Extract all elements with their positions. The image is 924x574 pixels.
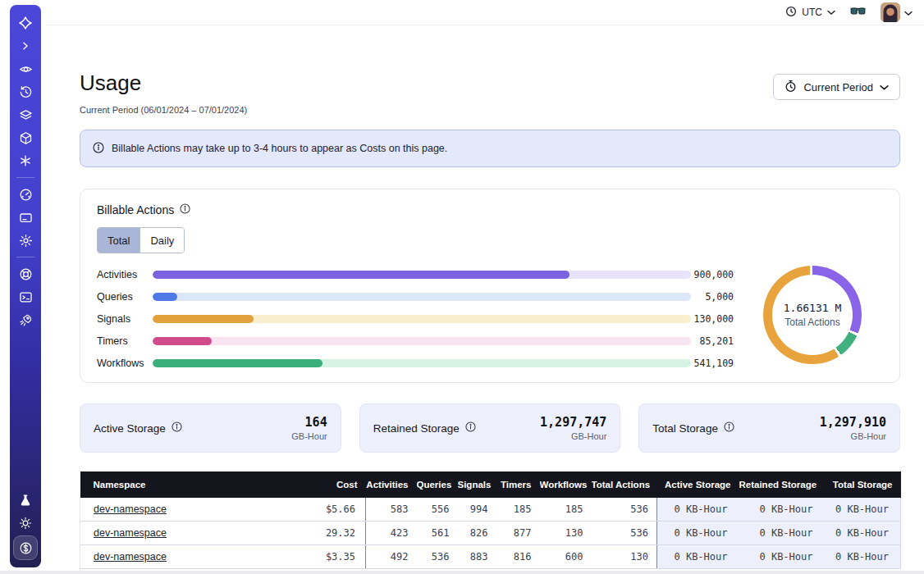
terminal-icon[interactable] <box>15 286 36 308</box>
storage-value-number: 164 <box>291 415 327 430</box>
glasses-icon[interactable] <box>850 5 866 20</box>
bar-category-label: Queries <box>97 291 153 303</box>
bar-category-label: Signals <box>97 313 153 325</box>
namespace-link[interactable]: dev-namespace <box>94 551 167 563</box>
storage-label-text: Retained Storage <box>373 422 460 435</box>
cell-timers: 816 <box>496 545 540 569</box>
cell-namespace: dev-namespace <box>80 545 286 569</box>
usage-page: UTC <box>0 0 924 574</box>
tab-total[interactable]: Total <box>98 228 140 253</box>
billing-icon[interactable] <box>15 207 36 228</box>
rocket-icon[interactable] <box>15 309 36 330</box>
table-row: dev-namespace$3.354925368838166001300 KB… <box>80 545 901 569</box>
info-banner: Billable Actions may take up to 3-4 hour… <box>80 130 900 167</box>
avatar <box>881 2 900 22</box>
namespace-link[interactable]: dev-namespace <box>94 503 167 515</box>
bar-category-label: Timers <box>97 335 153 347</box>
table-body: dev-namespace$5.665835569941851855360 KB… <box>80 498 901 569</box>
storage-value-number: 1,297,910 <box>820 415 886 430</box>
monitoring-icon[interactable] <box>15 184 36 205</box>
timezone-selector[interactable]: UTC <box>785 6 835 20</box>
cell-queries: 536 <box>417 545 458 569</box>
bar-track <box>153 359 691 367</box>
bar-row: Signals130,000 <box>97 308 734 330</box>
bar-row: Timers85,201 <box>97 330 734 352</box>
tab-daily[interactable]: Daily <box>140 228 184 253</box>
billable-actions-title: Billable Actions <box>97 203 190 216</box>
bar-value: 130,000 <box>691 313 734 325</box>
bar-track <box>153 315 691 323</box>
storage-card-label: Retained Storage <box>373 421 476 435</box>
sidebar-nav <box>10 5 41 567</box>
theme-icon[interactable] <box>15 512 36 534</box>
page-subtitle: Current Period (06/01/2024 – 07/01/2024) <box>80 105 247 115</box>
temporal-logo-icon[interactable] <box>15 12 36 34</box>
history-icon[interactable] <box>15 81 36 102</box>
user-menu[interactable] <box>881 2 913 22</box>
cell-active-storage: 0 KB-Hour <box>657 545 739 569</box>
donut-center: 1.66131 M Total Actions <box>763 266 862 364</box>
bar-value: 541,109 <box>691 358 734 369</box>
actions-icon[interactable] <box>15 150 36 171</box>
cell-retained-storage: 0 KB-Hour <box>739 498 825 522</box>
cell-signals: 826 <box>458 522 496 545</box>
storage-card-value: 1,297,747 GB-Hour <box>540 415 606 441</box>
storage-value-unit: GB-Hour <box>540 431 606 441</box>
bar-track <box>153 337 691 345</box>
cell-namespace: dev-namespace <box>80 498 286 522</box>
cell-total-actions: 536 <box>592 498 657 522</box>
top-bar: UTC <box>46 0 924 25</box>
storage-card-label: Total Storage <box>652 421 734 435</box>
chevron-right-icon[interactable] <box>15 35 36 57</box>
bar-row: Activities900,000 <box>97 263 734 285</box>
col-retained-storage: Retained Storage <box>739 472 825 498</box>
cell-cost: $3.35 <box>286 545 366 569</box>
storage-value-unit: GB-Hour <box>291 431 327 441</box>
cell-signals: 883 <box>458 545 496 569</box>
support-icon[interactable] <box>15 263 36 285</box>
info-icon[interactable] <box>465 421 476 435</box>
bar-fill <box>153 359 322 367</box>
labs-icon[interactable] <box>15 490 36 511</box>
bar-category-label: Activities <box>97 269 153 280</box>
storage-label-text: Total Storage <box>652 422 718 435</box>
horizontal-scrollbar[interactable] <box>0 571 924 574</box>
layers-icon[interactable] <box>15 104 36 125</box>
billable-bars: Activities900,000Queries5,000Signals130,… <box>97 263 734 374</box>
info-banner-text: Billable Actions may take up to 3-4 hour… <box>112 143 447 154</box>
bar-fill <box>153 337 212 345</box>
info-icon[interactable] <box>180 203 190 216</box>
storage-value-number: 1,297,747 <box>540 415 606 430</box>
usage-icon[interactable] <box>13 535 38 560</box>
period-selector-button[interactable]: Current Period <box>773 74 900 100</box>
settings-icon[interactable] <box>15 230 36 251</box>
donut-total-value: 1.66131 M <box>784 302 841 314</box>
bar-value: 900,000 <box>691 269 734 280</box>
donut-total-label: Total Actions <box>784 317 839 328</box>
page-title: Usage <box>80 71 141 96</box>
col-active-storage: Active Storage <box>657 472 739 498</box>
chevron-down-icon <box>827 7 835 18</box>
cell-workflows: 600 <box>540 545 592 569</box>
cell-signals: 994 <box>458 498 496 522</box>
billable-actions-card: Billable Actions Total Daily Activities9… <box>80 189 900 383</box>
col-activities: Activities <box>366 472 417 498</box>
namespace-link[interactable]: dev-namespace <box>94 527 167 539</box>
storage-label-text: Active Storage <box>94 422 166 435</box>
deployments-icon[interactable] <box>15 127 36 148</box>
cell-timers: 185 <box>496 498 540 522</box>
active-storage-card: Active Storage 164 GB-Hour <box>80 403 341 453</box>
info-icon[interactable] <box>724 421 734 435</box>
col-workflows: Workflows <box>540 472 592 498</box>
cell-activities: 583 <box>366 498 417 522</box>
cell-activities: 492 <box>366 545 417 569</box>
table-row: dev-namespace29.324235618268771305360 KB… <box>80 522 901 545</box>
clock-icon <box>785 6 797 20</box>
storage-value-unit: GB-Hour <box>820 431 886 441</box>
cell-cost: 29.32 <box>286 522 366 545</box>
bar-row: Queries5,000 <box>97 285 734 308</box>
retained-storage-card: Retained Storage 1,297,747 GB-Hour <box>359 403 621 453</box>
sidebar-divider <box>16 257 34 257</box>
namespaces-icon[interactable] <box>15 58 36 80</box>
info-icon[interactable] <box>172 421 182 435</box>
